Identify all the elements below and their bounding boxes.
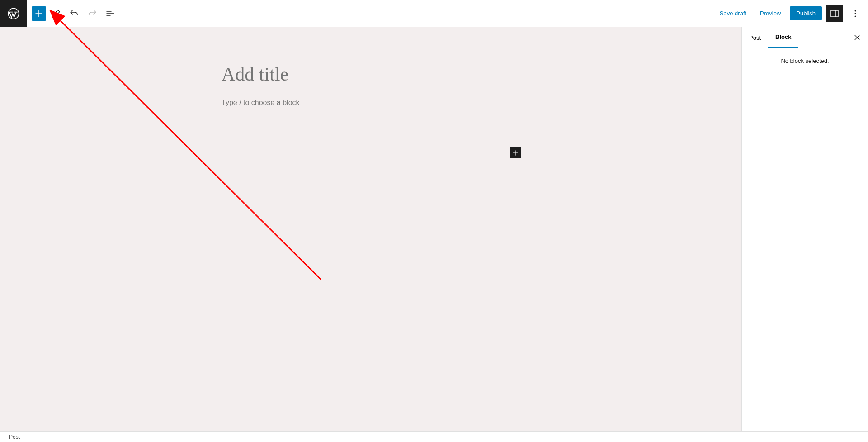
undo-button[interactable]	[66, 5, 82, 22]
toggle-block-inserter-button[interactable]	[32, 6, 46, 21]
list-view-icon	[105, 8, 116, 19]
redo-icon	[87, 8, 98, 19]
plus-icon	[33, 8, 44, 19]
close-icon	[853, 33, 862, 42]
post-title-input[interactable]: Add title	[222, 63, 520, 85]
wordpress-icon	[7, 7, 20, 20]
document-overview-button[interactable]	[102, 5, 118, 22]
svg-rect-1	[831, 10, 838, 17]
options-button[interactable]	[847, 5, 863, 22]
wordpress-logo-button[interactable]	[0, 0, 27, 27]
undo-icon	[69, 8, 80, 19]
sidebar-settings-icon	[829, 8, 840, 19]
preview-button[interactable]: Preview	[755, 7, 785, 19]
tools-button[interactable]	[48, 5, 64, 22]
inline-add-block-button[interactable]	[510, 147, 521, 158]
editor-canvas[interactable]: Add title Type / to choose a block	[0, 27, 741, 431]
tab-block[interactable]: Block	[768, 27, 798, 48]
svg-point-3	[855, 13, 856, 14]
publish-button[interactable]: Publish	[790, 6, 822, 20]
svg-point-2	[855, 10, 856, 11]
redo-button[interactable]	[84, 5, 100, 22]
close-sidebar-button[interactable]	[850, 30, 864, 45]
footer-breadcrumb-bar: Post	[0, 431, 868, 442]
sidebar-content: No block selected.	[742, 48, 868, 73]
settings-sidebar: Post Block No block selected.	[741, 27, 868, 431]
more-vertical-icon	[850, 8, 861, 19]
sidebar-tabs: Post Block	[742, 27, 868, 48]
plus-icon	[511, 149, 519, 157]
settings-toggle-button[interactable]	[826, 5, 843, 22]
toolbar-left-group	[27, 5, 118, 22]
save-draft-button[interactable]: Save draft	[715, 7, 751, 19]
svg-point-4	[855, 15, 856, 17]
toolbar-right-group: Save draft Preview Publish	[715, 5, 868, 22]
top-toolbar: Save draft Preview Publish	[0, 0, 868, 27]
pencil-icon	[51, 8, 61, 19]
post-body-placeholder[interactable]: Type / to choose a block	[222, 99, 520, 107]
breadcrumb-item[interactable]: Post	[9, 434, 20, 440]
tab-post[interactable]: Post	[742, 28, 768, 48]
no-block-message: No block selected.	[781, 57, 829, 64]
